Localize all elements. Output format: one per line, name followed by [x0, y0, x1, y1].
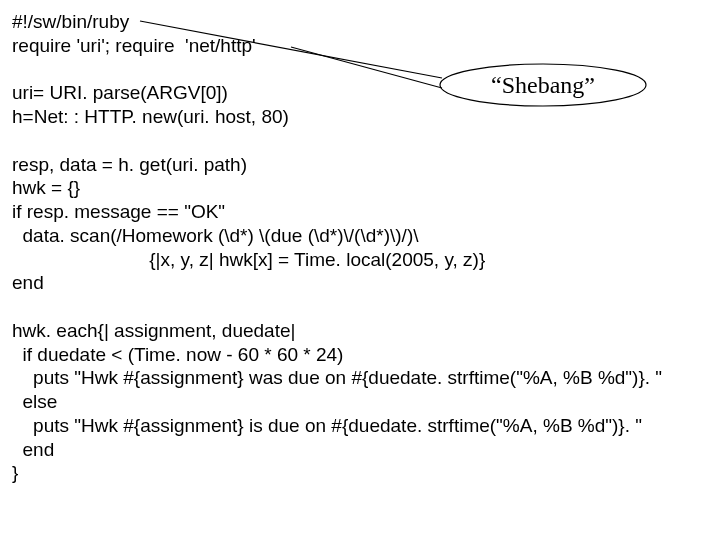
code-line: else: [12, 391, 57, 412]
code-line: }: [12, 462, 18, 483]
code-line: end: [12, 439, 54, 460]
callout-label: “Shebang”: [491, 72, 595, 99]
code-line: end: [12, 272, 44, 293]
code-line: uri= URI. parse(ARGV[0]): [12, 82, 228, 103]
code-line: {|x, y, z| hwk[x] = Time. local(2005, y,…: [12, 249, 485, 270]
code-line: #!/sw/bin/ruby: [12, 11, 129, 32]
shebang-callout: “Shebang”: [438, 62, 648, 108]
code-line: require 'uri'; require 'net/http': [12, 35, 256, 56]
code-line: resp, data = h. get(uri. path): [12, 154, 247, 175]
code-line: h=Net: : HTTP. new(uri. host, 80): [12, 106, 289, 127]
code-line: if resp. message == "OK": [12, 201, 225, 222]
code-line: hwk = {}: [12, 177, 80, 198]
code-line: puts "Hwk #{assignment} is due on #{dued…: [12, 415, 642, 436]
code-line: hwk. each{| assignment, duedate|: [12, 320, 295, 341]
code-line: puts "Hwk #{assignment} was due on #{due…: [12, 367, 662, 388]
code-line: if duedate < (Time. now - 60 * 60 * 24): [12, 344, 343, 365]
code-line: data. scan(/Homework (\d*) \(due (\d*)\/…: [12, 225, 419, 246]
